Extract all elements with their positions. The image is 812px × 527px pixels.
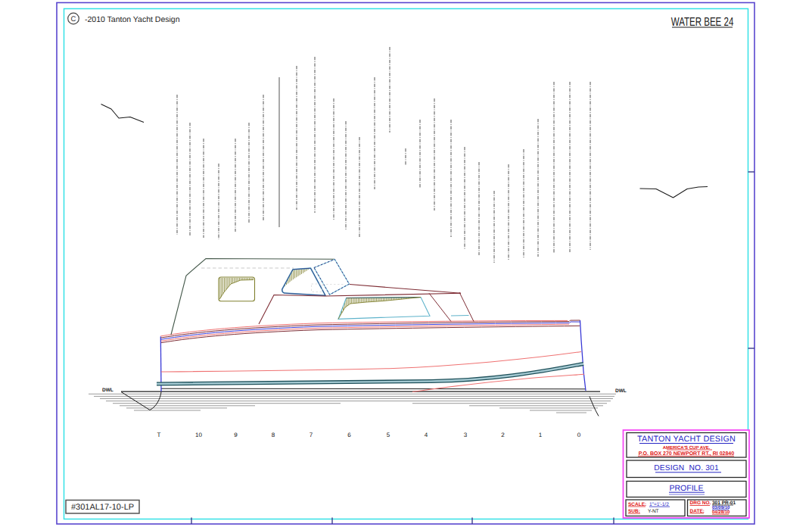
svg-text:0: 0 [577,432,581,438]
svg-text:6: 6 [347,432,351,438]
svg-text:T: T [157,432,161,438]
svg-text:8: 8 [272,432,275,438]
svg-text:SUB:: SUB: [628,509,640,514]
svg-text:1: 1 [539,432,543,438]
svg-text:#301AL17-10-LP: #301AL17-10-LP [71,503,134,512]
svg-text:301 PR-01: 301 PR-01 [712,500,736,506]
svg-text:2: 2 [501,432,505,438]
svg-text:AMERICA'S CUP AVE.: AMERICA'S CUP AVE. [663,445,711,451]
svg-text:WATER BEE 24: WATER BEE 24 [671,16,734,29]
svg-text:TANTON YACHT DESIGN: TANTON YACHT DESIGN [637,435,736,444]
svg-text:3: 3 [464,432,468,438]
svg-text:7: 7 [310,432,313,438]
svg-text:DRG NO.: DRG NO. [690,500,711,506]
svg-text:DWL: DWL [102,388,114,393]
svg-text:PROFILE: PROFILE [670,484,704,493]
svg-text:C: C [71,15,76,23]
svg-text:5: 5 [387,432,390,438]
svg-text:Y-NT: Y-NT [648,509,659,514]
svg-text:1"=1'-1/2: 1"=1'-1/2 [649,502,669,507]
svg-text:DESIGN NO. 301: DESIGN NO. 301 [654,464,719,472]
svg-text:10: 10 [195,432,202,438]
svg-text:DWL: DWL [615,388,627,394]
svg-text:-2010 Tanton Yacht Design: -2010 Tanton Yacht Design [85,15,180,24]
svg-text:9: 9 [234,432,238,438]
svg-text:4: 4 [425,432,428,438]
svg-text:DATE:: DATE: [690,509,705,514]
svg-text:SCALE:: SCALE: [628,502,646,507]
svg-text:P.O. BOX 270 NEWPORT RT., RI 0: P.O. BOX 270 NEWPORT RT., RI 02840 [639,451,734,457]
